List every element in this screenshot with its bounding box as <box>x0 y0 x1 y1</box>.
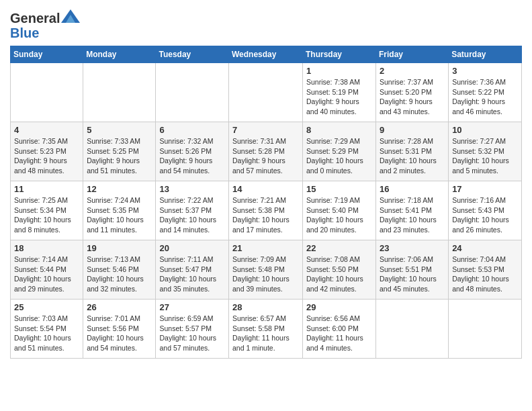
day-number: 12 <box>87 184 152 194</box>
calendar-week-row: 18Sunrise: 7:14 AMSunset: 5:44 PMDayligh… <box>11 240 522 300</box>
col-header-friday: Friday <box>376 46 449 63</box>
col-header-saturday: Saturday <box>449 46 522 63</box>
calendar-cell: 7Sunrise: 7:31 AMSunset: 5:28 PMDaylight… <box>229 122 303 181</box>
day-info: Sunrise: 7:37 AMSunset: 5:20 PMDaylight:… <box>380 77 445 117</box>
calendar-cell: 10Sunrise: 7:27 AMSunset: 5:32 PMDayligh… <box>449 122 522 181</box>
day-number: 16 <box>380 184 445 194</box>
day-number: 10 <box>452 125 518 135</box>
logo-general: General <box>10 11 60 26</box>
day-info: Sunrise: 7:09 AMSunset: 5:48 PMDaylight:… <box>232 255 299 294</box>
calendar-header-row: SundayMondayTuesdayWednesdayThursdayFrid… <box>11 46 522 63</box>
day-info: Sunrise: 7:25 AMSunset: 5:34 PMDaylight:… <box>14 195 79 235</box>
day-info: Sunrise: 7:13 AMSunset: 5:46 PMDaylight:… <box>87 255 152 294</box>
calendar-cell: 16Sunrise: 7:18 AMSunset: 5:41 PMDayligh… <box>376 181 449 240</box>
day-number: 3 <box>452 66 518 76</box>
day-info: Sunrise: 7:28 AMSunset: 5:31 PMDaylight:… <box>380 136 445 176</box>
day-number: 6 <box>159 125 225 135</box>
day-number: 17 <box>452 184 518 194</box>
day-number: 9 <box>380 125 445 135</box>
calendar-cell <box>11 63 83 122</box>
day-number: 21 <box>232 243 299 253</box>
calendar-cell <box>83 63 156 122</box>
logo-icon <box>61 9 80 23</box>
calendar-table: SundayMondayTuesdayWednesdayThursdayFrid… <box>10 46 522 359</box>
day-info: Sunrise: 7:36 AMSunset: 5:22 PMDaylight:… <box>452 77 518 117</box>
calendar-cell <box>156 63 229 122</box>
calendar-cell: 29Sunrise: 6:56 AMSunset: 6:00 PMDayligh… <box>303 300 376 359</box>
day-info: Sunrise: 7:32 AMSunset: 5:26 PMDaylight:… <box>159 136 225 176</box>
calendar-cell <box>229 63 303 122</box>
day-number: 2 <box>380 66 445 76</box>
calendar-cell: 1Sunrise: 7:38 AMSunset: 5:19 PMDaylight… <box>303 63 376 122</box>
day-number: 18 <box>14 243 79 253</box>
day-info: Sunrise: 6:59 AMSunset: 5:57 PMDaylight:… <box>159 314 225 353</box>
day-number: 11 <box>14 184 79 194</box>
day-number: 19 <box>87 243 152 253</box>
day-info: Sunrise: 7:27 AMSunset: 5:32 PMDaylight:… <box>452 136 518 176</box>
day-number: 24 <box>452 243 518 253</box>
calendar-cell: 26Sunrise: 7:01 AMSunset: 5:56 PMDayligh… <box>83 300 156 359</box>
day-info: Sunrise: 7:38 AMSunset: 5:19 PMDaylight:… <box>306 77 372 117</box>
day-info: Sunrise: 7:29 AMSunset: 5:29 PMDaylight:… <box>306 136 372 176</box>
calendar-week-row: 11Sunrise: 7:25 AMSunset: 5:34 PMDayligh… <box>11 181 522 240</box>
day-info: Sunrise: 7:22 AMSunset: 5:37 PMDaylight:… <box>159 195 225 235</box>
calendar-cell: 27Sunrise: 6:59 AMSunset: 5:57 PMDayligh… <box>156 300 229 359</box>
calendar-cell <box>376 300 449 359</box>
day-info: Sunrise: 7:35 AMSunset: 5:23 PMDaylight:… <box>14 136 79 176</box>
day-number: 5 <box>87 125 152 135</box>
col-header-tuesday: Tuesday <box>156 46 229 63</box>
day-info: Sunrise: 6:57 AMSunset: 5:58 PMDaylight:… <box>232 314 299 353</box>
calendar-cell: 15Sunrise: 7:19 AMSunset: 5:40 PMDayligh… <box>303 181 376 240</box>
day-info: Sunrise: 7:31 AMSunset: 5:28 PMDaylight:… <box>232 136 299 176</box>
day-number: 13 <box>159 184 225 194</box>
calendar-cell: 6Sunrise: 7:32 AMSunset: 5:26 PMDaylight… <box>156 122 229 181</box>
calendar-cell: 18Sunrise: 7:14 AMSunset: 5:44 PMDayligh… <box>11 240 83 300</box>
day-info: Sunrise: 7:21 AMSunset: 5:38 PMDaylight:… <box>232 195 299 235</box>
day-info: Sunrise: 7:03 AMSunset: 5:54 PMDaylight:… <box>14 314 79 353</box>
calendar-cell: 11Sunrise: 7:25 AMSunset: 5:34 PMDayligh… <box>11 181 83 240</box>
day-number: 27 <box>159 302 225 312</box>
day-number: 23 <box>380 243 445 253</box>
calendar-cell: 12Sunrise: 7:24 AMSunset: 5:35 PMDayligh… <box>83 181 156 240</box>
day-info: Sunrise: 7:16 AMSunset: 5:43 PMDaylight:… <box>452 195 518 235</box>
day-number: 14 <box>232 184 299 194</box>
calendar-cell <box>449 300 522 359</box>
day-number: 20 <box>159 243 225 253</box>
calendar-cell: 20Sunrise: 7:11 AMSunset: 5:47 PMDayligh… <box>156 240 229 300</box>
calendar-cell: 22Sunrise: 7:08 AMSunset: 5:50 PMDayligh… <box>303 240 376 300</box>
day-info: Sunrise: 7:11 AMSunset: 5:47 PMDaylight:… <box>159 255 225 294</box>
calendar-cell: 28Sunrise: 6:57 AMSunset: 5:58 PMDayligh… <box>229 300 303 359</box>
calendar-cell: 9Sunrise: 7:28 AMSunset: 5:31 PMDaylight… <box>376 122 449 181</box>
logo-text: General Blue <box>10 9 80 40</box>
calendar-cell: 24Sunrise: 7:04 AMSunset: 5:53 PMDayligh… <box>449 240 522 300</box>
calendar-cell: 25Sunrise: 7:03 AMSunset: 5:54 PMDayligh… <box>11 300 83 359</box>
day-info: Sunrise: 7:06 AMSunset: 5:51 PMDaylight:… <box>380 255 445 294</box>
calendar-cell: 21Sunrise: 7:09 AMSunset: 5:48 PMDayligh… <box>229 240 303 300</box>
col-header-monday: Monday <box>83 46 156 63</box>
calendar-cell: 8Sunrise: 7:29 AMSunset: 5:29 PMDaylight… <box>303 122 376 181</box>
day-info: Sunrise: 6:56 AMSunset: 6:00 PMDaylight:… <box>306 314 372 353</box>
col-header-thursday: Thursday <box>303 46 376 63</box>
day-number: 15 <box>306 184 372 194</box>
day-info: Sunrise: 7:18 AMSunset: 5:41 PMDaylight:… <box>380 195 445 235</box>
day-number: 7 <box>232 125 299 135</box>
day-info: Sunrise: 7:24 AMSunset: 5:35 PMDaylight:… <box>87 195 152 235</box>
calendar-cell: 2Sunrise: 7:37 AMSunset: 5:20 PMDaylight… <box>376 63 449 122</box>
logo: General Blue <box>10 9 80 40</box>
day-number: 25 <box>14 302 79 312</box>
calendar-cell: 23Sunrise: 7:06 AMSunset: 5:51 PMDayligh… <box>376 240 449 300</box>
day-number: 28 <box>232 302 299 312</box>
day-number: 26 <box>87 302 152 312</box>
day-info: Sunrise: 7:33 AMSunset: 5:25 PMDaylight:… <box>87 136 152 176</box>
day-info: Sunrise: 7:14 AMSunset: 5:44 PMDaylight:… <box>14 255 79 294</box>
calendar-cell: 3Sunrise: 7:36 AMSunset: 5:22 PMDaylight… <box>449 63 522 122</box>
day-info: Sunrise: 7:01 AMSunset: 5:56 PMDaylight:… <box>87 314 152 353</box>
calendar-cell: 4Sunrise: 7:35 AMSunset: 5:23 PMDaylight… <box>11 122 83 181</box>
day-info: Sunrise: 7:08 AMSunset: 5:50 PMDaylight:… <box>306 255 372 294</box>
day-number: 22 <box>306 243 372 253</box>
calendar-cell: 17Sunrise: 7:16 AMSunset: 5:43 PMDayligh… <box>449 181 522 240</box>
col-header-wednesday: Wednesday <box>229 46 303 63</box>
calendar-week-row: 4Sunrise: 7:35 AMSunset: 5:23 PMDaylight… <box>11 122 522 181</box>
day-number: 4 <box>14 125 79 135</box>
day-number: 8 <box>306 125 372 135</box>
